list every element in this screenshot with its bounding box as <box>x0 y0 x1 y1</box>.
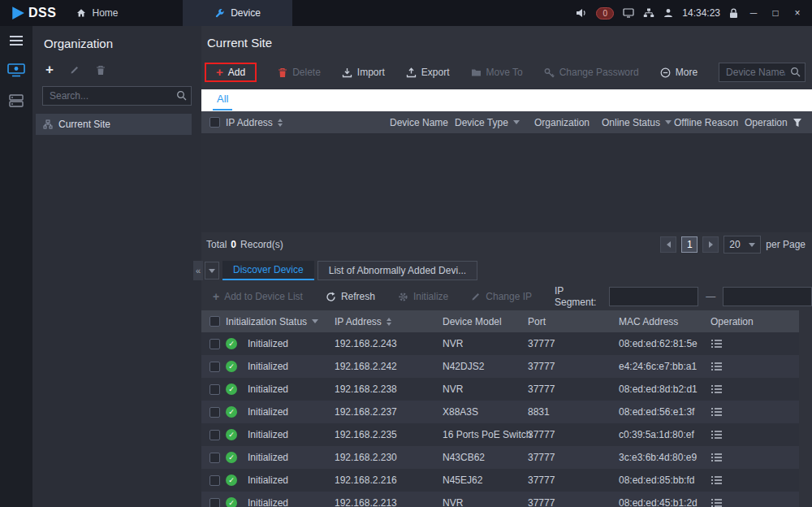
edit-organization-icon[interactable] <box>70 65 80 75</box>
maximize-button[interactable]: □ <box>769 7 782 19</box>
tab-home[interactable]: Home <box>57 0 138 26</box>
alarm-count-badge[interactable]: 0 <box>596 7 614 20</box>
column-device-model[interactable]: Device Model <box>443 316 528 327</box>
column-port[interactable]: Port <box>528 316 619 327</box>
organization-panel: Organization + Current Site <box>32 26 201 507</box>
device-nav-icon[interactable] <box>7 63 25 77</box>
discover-table-row[interactable]: ✓ Initialized 192.168.2.213 NVR 37777 08… <box>201 492 799 507</box>
column-initialization-status[interactable]: Initialization Status <box>226 316 335 327</box>
operation-details-icon[interactable] <box>710 384 723 394</box>
change-ip-button[interactable]: Change IP <box>471 291 532 302</box>
select-all-checkbox[interactable] <box>209 316 220 327</box>
monitor-icon[interactable] <box>623 8 634 18</box>
prev-page-button[interactable] <box>660 236 676 253</box>
select-all-checkbox-cell <box>201 117 226 128</box>
search-icon[interactable] <box>790 67 801 77</box>
discover-table-row[interactable]: ✓ Initialized 192.168.2.237 X88A3S 8831 … <box>201 401 799 423</box>
minimize-button[interactable]: ─ <box>747 7 760 19</box>
page-size-select[interactable]: 20 <box>723 236 761 254</box>
operation-details-icon[interactable] <box>710 362 723 371</box>
refresh-button[interactable]: Refresh <box>326 291 375 302</box>
row-device-model: N43CB62 <box>443 452 528 463</box>
discover-table-row[interactable]: ✓ Initialized 192.168.2.238 NVR 37777 08… <box>201 378 799 401</box>
tab-home-label: Home <box>92 7 118 19</box>
column-operation[interactable]: Operation <box>710 316 799 327</box>
tab-abnormally-added-devices[interactable]: List of Abnormally Added Devi... <box>317 261 477 280</box>
discover-table-row[interactable]: ✓ Initialized 192.168.2.242 N42DJS2 3777… <box>201 355 799 378</box>
next-page-button[interactable] <box>702 236 719 253</box>
discover-table-row[interactable]: ✓ Initialized 192.168.2.216 N45EJ62 3777… <box>201 469 799 492</box>
column-mac-address[interactable]: MAC Address <box>619 316 710 327</box>
network-topology-icon[interactable] <box>643 8 654 18</box>
sort-icon[interactable] <box>278 119 283 127</box>
row-checkbox[interactable] <box>209 475 220 486</box>
filter-caret-icon[interactable] <box>312 319 318 323</box>
menu-icon[interactable] <box>10 36 23 46</box>
initialize-button[interactable]: Initialize <box>398 291 448 302</box>
search-icon[interactable] <box>176 90 187 101</box>
row-checkbox[interactable] <box>209 407 220 418</box>
close-button[interactable]: × <box>791 7 804 19</box>
discover-table-row[interactable]: ✓ Initialized 192.168.2.235 16 Ports PoE… <box>201 423 799 446</box>
organization-search-input[interactable] <box>42 86 192 106</box>
operation-details-icon[interactable] <box>710 475 723 485</box>
row-ip: 192.168.2.237 <box>335 406 443 418</box>
column-label: Port <box>528 316 546 327</box>
row-checkbox[interactable] <box>209 430 220 440</box>
tree-item-current-site[interactable]: Current Site <box>36 114 192 135</box>
column-ip-address[interactable]: IP Address <box>226 117 390 128</box>
gear-icon <box>398 292 408 302</box>
row-operation-cell <box>710 430 799 440</box>
row-init-status: Initialized <box>248 497 288 507</box>
add-organization-button[interactable]: + <box>45 64 54 76</box>
current-page-button[interactable]: 1 <box>681 236 698 253</box>
operation-details-icon[interactable] <box>710 453 723 462</box>
lock-icon[interactable] <box>729 8 738 19</box>
discover-table-row[interactable]: ✓ Initialized 192.168.2.243 NVR 37777 08… <box>201 332 799 355</box>
discover-table-row[interactable]: ✓ Initialized 192.168.2.230 N43CB62 3777… <box>201 446 799 469</box>
row-checkbox-cell <box>201 453 226 463</box>
column-device-type[interactable]: Device Type <box>455 117 534 128</box>
import-button[interactable]: Import <box>342 67 385 78</box>
storage-nav-icon[interactable] <box>9 94 24 107</box>
column-ip-address[interactable]: IP Address <box>335 316 443 327</box>
column-online-status[interactable]: Online Status <box>602 117 674 128</box>
operation-details-icon[interactable] <box>710 430 723 440</box>
collapse-discover-panel-button[interactable] <box>205 262 219 280</box>
move-to-button[interactable]: Move To <box>471 67 523 78</box>
tab-device[interactable]: Device <box>183 0 292 26</box>
select-all-checkbox[interactable] <box>209 117 220 128</box>
ip-segment-end-input[interactable] <box>723 287 812 306</box>
row-checkbox[interactable] <box>209 339 220 349</box>
column-device-name[interactable]: Device Name <box>390 117 455 128</box>
ip-segment-start-input[interactable] <box>609 287 698 306</box>
speaker-icon[interactable] <box>576 8 587 18</box>
add-device-button[interactable]: + Add <box>205 63 257 82</box>
row-checkbox[interactable] <box>209 498 220 507</box>
export-button[interactable]: Export <box>406 67 450 78</box>
row-checkbox[interactable] <box>209 362 220 372</box>
delete-organization-icon[interactable] <box>96 65 106 76</box>
column-operation[interactable]: Operation <box>745 117 812 128</box>
delete-device-button[interactable]: Delete <box>278 67 321 78</box>
tab-all[interactable]: All <box>213 89 232 110</box>
panel-collapse-handle[interactable]: « <box>193 261 203 280</box>
sort-icon[interactable] <box>387 318 391 326</box>
tab-discover-device[interactable]: Discover Device <box>222 261 314 280</box>
more-button[interactable]: More <box>660 67 698 78</box>
filter-funnel-icon[interactable] <box>793 118 802 128</box>
operation-details-icon[interactable] <box>710 407 723 417</box>
row-checkbox[interactable] <box>209 384 220 395</box>
tab-label: Discover Device <box>233 264 304 275</box>
filter-caret-icon[interactable] <box>665 120 672 124</box>
user-icon[interactable] <box>663 8 673 18</box>
add-to-device-list-button[interactable]: + Add to Device List <box>213 291 303 302</box>
operation-details-icon[interactable] <box>710 339 723 349</box>
row-checkbox[interactable] <box>209 453 220 463</box>
column-organization[interactable]: Organization <box>534 117 602 128</box>
tab-label: List of Abnormally Added Devi... <box>329 265 466 276</box>
filter-caret-icon[interactable] <box>513 120 520 124</box>
operation-details-icon[interactable] <box>710 498 723 507</box>
column-offline-reason[interactable]: Offline Reason <box>674 117 745 128</box>
change-password-button[interactable]: Change Password <box>544 67 639 78</box>
